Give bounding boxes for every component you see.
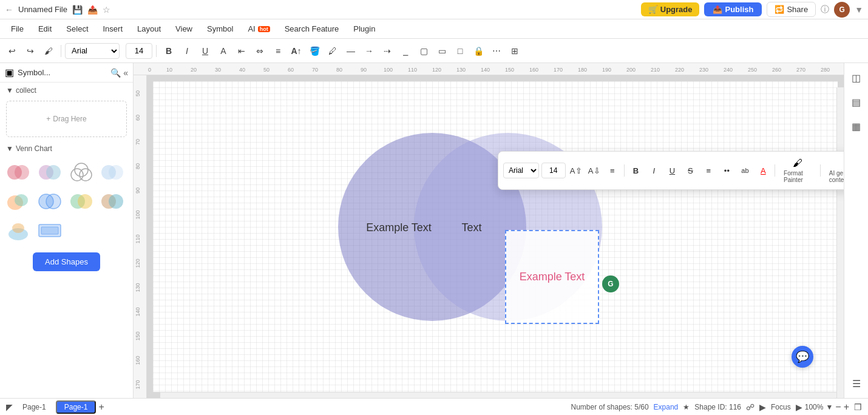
save-icon[interactable]: 💾	[72, 5, 83, 15]
shape-button[interactable]: ▢	[415, 42, 432, 59]
popup-list-button[interactable]: ≡	[700, 163, 716, 178]
venn-shape-1[interactable]	[5, 159, 32, 186]
section-venn-chart[interactable]: ▼ Venn Chart	[0, 141, 133, 155]
zoom-in-button[interactable]: +	[844, 402, 849, 413]
selected-text-box[interactable]: Example Text	[505, 230, 599, 324]
line-style-button[interactable]: —	[342, 42, 359, 59]
connector-button[interactable]: ⎯	[397, 42, 414, 59]
upgrade-button[interactable]: 🛒 Upgrade	[641, 2, 700, 16]
text-align-center-button[interactable]: ⇔	[251, 42, 268, 59]
popup-font-size-up-button[interactable]: A⇧	[568, 163, 584, 178]
redo-button[interactable]: ↪	[22, 42, 39, 59]
venn-shape-8[interactable]	[99, 188, 126, 215]
play-icon[interactable]: ▶	[796, 402, 802, 412]
popup-text-color-button[interactable]: A	[755, 163, 771, 178]
share-button[interactable]: 🔁 Share	[767, 2, 816, 17]
bottom-scrollbar[interactable]	[160, 392, 836, 398]
sidebar-collapse-icon[interactable]: «	[123, 68, 128, 78]
popup-strikethrough-button[interactable]: S	[682, 163, 698, 178]
popup-size-input[interactable]	[541, 163, 566, 178]
popup-underline-button[interactable]: U	[664, 163, 680, 178]
fill-color-button[interactable]: 🪣	[306, 42, 323, 59]
menu-layout[interactable]: Layout	[131, 22, 167, 36]
venn-shape-2[interactable]	[36, 159, 63, 186]
popup-bold-button[interactable]: B	[628, 163, 643, 178]
chatbot-icon[interactable]: 💬	[792, 346, 813, 368]
venn-shape-10[interactable]	[36, 217, 63, 244]
ai-section[interactable]: AI AI generated content	[824, 157, 844, 184]
text-color-button[interactable]: A	[215, 42, 232, 59]
star-icon[interactable]: ☆	[103, 5, 110, 15]
font-family-select[interactable]: Arial	[65, 43, 120, 59]
menu-symbol[interactable]: Symbol	[201, 22, 239, 36]
right-panel-bottom-btn[interactable]: ☰	[847, 374, 866, 393]
expand-link[interactable]: Expand	[654, 403, 679, 411]
italic-button[interactable]: I	[178, 42, 195, 59]
popup-text-ab-button[interactable]: ab	[737, 163, 753, 178]
fit-screen-button[interactable]: ❒	[854, 402, 862, 412]
bold-button[interactable]: B	[160, 42, 177, 59]
right-panel-style-btn[interactable]: ◫	[847, 68, 866, 87]
venn-shape-4[interactable]	[99, 159, 126, 186]
line-type-1-button[interactable]: →	[361, 42, 378, 59]
zoom-out-button[interactable]: −	[835, 402, 841, 413]
more-button[interactable]: ⋯	[488, 42, 505, 59]
format-painter-section[interactable]: 🖌 Format Painter	[779, 157, 816, 184]
venn-shape-7[interactable]	[68, 188, 95, 215]
venn-shape-9[interactable]	[5, 217, 32, 244]
popup-italic-button[interactable]: I	[646, 163, 662, 178]
focus-label[interactable]: Focus	[771, 403, 791, 411]
sidebar-search-icon[interactable]: 🔍	[110, 68, 121, 78]
undo-button[interactable]: ↩	[4, 42, 21, 59]
venn-shape-6[interactable]	[36, 188, 63, 215]
publish-button[interactable]: 📤 Publish	[704, 2, 762, 16]
font-size-input[interactable]	[126, 43, 152, 59]
add-shapes-button[interactable]: Add Shapes	[33, 252, 100, 271]
text-align-button[interactable]: ≡	[270, 42, 287, 59]
export-icon[interactable]: 📤	[87, 5, 98, 15]
canvas-content[interactable]: Example Text Text Example Text G 💬	[147, 75, 844, 398]
text-align-left-button[interactable]: ⇤	[233, 42, 250, 59]
expand-chevron-icon[interactable]: ▼	[855, 5, 863, 15]
lock-button[interactable]: 🔒	[470, 42, 487, 59]
group-button[interactable]: □	[452, 42, 469, 59]
current-page-tab[interactable]: Page-1	[56, 400, 97, 414]
line-color-button[interactable]: 🖊	[324, 42, 341, 59]
canvas-view-icon[interactable]: ◤	[6, 402, 13, 412]
table-button[interactable]: ⊞	[506, 42, 523, 59]
venn-shape-5[interactable]	[5, 188, 32, 215]
menu-search[interactable]: Search Feature	[279, 22, 345, 36]
add-page-button[interactable]: +	[98, 402, 104, 413]
menu-ai[interactable]: AI hot	[242, 22, 276, 36]
right-panel-arrange-btn[interactable]: ▦	[847, 116, 866, 136]
menu-view[interactable]: View	[169, 22, 198, 36]
popup-bullet-button[interactable]: ••	[719, 163, 734, 178]
canvas-white[interactable]: Example Text Text Example Text G	[153, 81, 838, 392]
menu-plugin[interactable]: Plugin	[347, 22, 381, 36]
menu-insert[interactable]: Insert	[97, 22, 129, 36]
right-panel-data-btn[interactable]: ▤	[847, 92, 866, 112]
canvas-user-avatar: G	[602, 275, 619, 292]
canvas-area[interactable]: 0 10 20 30 40 50 60 70 80 90 100 110 120…	[134, 63, 844, 398]
line-type-2-button[interactable]: ⇢	[379, 42, 396, 59]
venn-shape-3[interactable]	[68, 159, 95, 186]
popup-font-size-down-button[interactable]: A⇩	[586, 163, 602, 178]
container-button[interactable]: ▭	[433, 42, 450, 59]
avatar[interactable]: G	[834, 2, 850, 18]
underline-button[interactable]: U	[197, 42, 214, 59]
focus-icon[interactable]: ▶	[759, 402, 766, 412]
right-scrollbar[interactable]	[836, 87, 844, 398]
popup-align-button[interactable]: ≡	[605, 163, 620, 178]
section-collect[interactable]: ▼ collect	[0, 83, 133, 97]
page-tab-1[interactable]: Page-1	[15, 402, 53, 413]
font-size-up-button[interactable]: A↑	[288, 42, 305, 59]
menu-edit[interactable]: Edit	[32, 22, 58, 36]
menu-select[interactable]: Select	[60, 22, 94, 36]
menu-file[interactable]: File	[5, 22, 30, 36]
back-icon[interactable]: ←	[5, 5, 13, 15]
zoom-chevron-icon[interactable]: ▼	[826, 403, 833, 411]
format-painter-button[interactable]: 🖌	[40, 42, 57, 59]
help-icon[interactable]: ⓘ	[821, 4, 829, 15]
layers-icon[interactable]: ☍	[746, 402, 754, 412]
popup-font-select[interactable]: Arial	[503, 163, 539, 178]
